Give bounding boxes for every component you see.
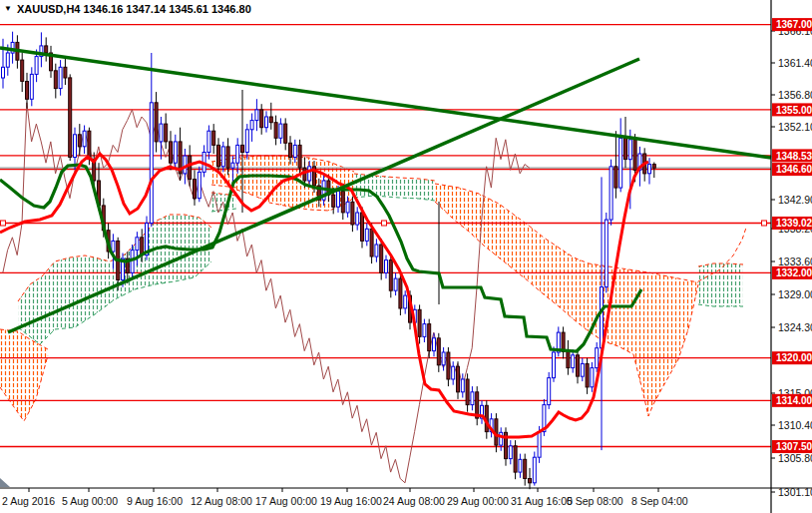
candle-body <box>21 60 24 81</box>
candle-body <box>170 142 173 163</box>
candle-body <box>457 366 460 392</box>
symbol-dropdown-icon[interactable]: ▼ <box>4 4 12 13</box>
candle-body <box>605 220 608 287</box>
candle-body <box>332 195 335 207</box>
chart-canvas[interactable]: 1366.101361.401356.801352.101342.901338.… <box>0 0 812 513</box>
price-badge-label: 1355.00 <box>776 105 812 116</box>
candle-body <box>207 131 210 152</box>
price-axis-labels: 1366.101361.401356.801352.101342.901338.… <box>771 25 812 498</box>
price-tick-label: 1305.80 <box>778 452 812 464</box>
price-tick-label: 1342.90 <box>778 194 812 206</box>
candle-body <box>423 324 426 337</box>
candle-body <box>274 123 277 139</box>
price-badge-label: 1346.60 <box>776 164 812 175</box>
candle-body <box>461 379 464 392</box>
time-tick-label: 19 Aug 16:00 <box>320 495 382 507</box>
candle-body <box>524 459 527 478</box>
price-tick-label: 1333.60 <box>778 256 812 267</box>
time-tick-label: 17 Aug 00:00 <box>255 495 317 507</box>
candle-body <box>572 355 575 368</box>
candle-body <box>2 67 5 78</box>
time-tick-label: 5 Sep 08:00 <box>567 495 623 507</box>
price-badge-label: 1367.00 <box>776 19 812 30</box>
candle-body <box>74 135 77 158</box>
candle-body <box>404 295 407 308</box>
candle-body <box>529 479 532 483</box>
candle-body <box>78 135 81 147</box>
descending-trendline[interactable] <box>0 48 771 158</box>
candle-body <box>236 145 239 163</box>
chart-title-text: XAUUSD,H4 1346.16 1347.14 1345.61 1346.8… <box>17 3 251 15</box>
candle-body <box>284 124 287 143</box>
candle-body <box>221 147 224 167</box>
candle-body <box>586 363 589 387</box>
candle-body <box>428 324 431 351</box>
candle-body <box>648 165 651 174</box>
candle-body <box>150 103 153 224</box>
time-tick-label: 5 Aug 00:00 <box>62 495 118 507</box>
candle-body <box>245 130 248 153</box>
candle-body <box>385 260 388 273</box>
candle-body <box>64 67 67 78</box>
candle-body <box>514 446 517 472</box>
candle-body <box>442 352 445 365</box>
candle-body <box>341 192 344 213</box>
candle-body <box>614 167 617 188</box>
candle-body <box>361 213 364 241</box>
time-tick-label: 12 Aug 08:00 <box>191 495 252 507</box>
candle-body <box>628 140 631 160</box>
price-badge-label: 1332.00 <box>776 267 812 278</box>
candle-body <box>6 53 9 67</box>
line-drag-handle[interactable] <box>382 221 387 226</box>
candle-body <box>30 74 33 99</box>
chart-title[interactable]: ▼ XAUUSD,H4 1346.16 1347.14 1345.61 1346… <box>4 3 251 15</box>
candle-body <box>69 78 72 158</box>
candle-body <box>375 245 378 256</box>
candle-body <box>452 366 455 379</box>
line-drag-handle[interactable] <box>762 221 767 226</box>
candle-body <box>303 168 306 181</box>
candle-body <box>260 110 263 128</box>
candle-body <box>652 165 655 169</box>
candle-body <box>212 131 215 145</box>
time-tick-label: 24 Aug 08:00 <box>383 495 445 507</box>
candle-body <box>298 145 301 168</box>
time-tick-label: 8 Sep 04:00 <box>631 495 688 507</box>
price-badge-label: 1339.02 <box>776 218 812 229</box>
candle-body <box>184 156 187 174</box>
candle-body <box>54 71 57 89</box>
time-tick-label: 31 Aug 16:00 <box>511 495 573 507</box>
candle-body <box>198 172 201 198</box>
candle-body <box>433 338 436 351</box>
candle-body <box>160 124 163 142</box>
price-tick-label: 1356.80 <box>778 89 812 101</box>
candle-body <box>581 363 584 376</box>
candle-body <box>389 260 392 291</box>
candle-body <box>155 103 158 142</box>
time-axis-labels: 2 Aug 20165 Aug 00:009 Aug 16:0012 Aug 0… <box>2 488 688 507</box>
candle-body <box>136 238 139 251</box>
time-tick-label: 29 Aug 00:00 <box>447 495 509 507</box>
chart-window: { "title": { "dropdown_icon": "▼", "text… <box>0 0 812 513</box>
candle-body <box>289 143 292 157</box>
candle-body <box>633 140 636 171</box>
candle-body <box>577 355 580 376</box>
candle-body <box>35 57 38 75</box>
candle-body <box>437 338 440 365</box>
price-badge-label: 1314.00 <box>776 395 812 406</box>
candle-body <box>189 156 192 180</box>
candle-body <box>226 147 229 168</box>
candle-body <box>250 121 253 130</box>
history-scroll-marker <box>0 478 10 487</box>
cloud-area <box>698 263 743 306</box>
candle-body <box>26 82 29 100</box>
candle-body <box>509 446 512 459</box>
candle-body <box>447 352 450 379</box>
candle-body <box>346 202 349 213</box>
candle-body <box>194 180 197 199</box>
candle-body <box>591 368 594 387</box>
line-drag-handle[interactable] <box>1 221 6 226</box>
candle-body <box>59 67 62 88</box>
candle-body <box>619 138 622 188</box>
price-tick-label: 1310.40 <box>778 419 812 431</box>
